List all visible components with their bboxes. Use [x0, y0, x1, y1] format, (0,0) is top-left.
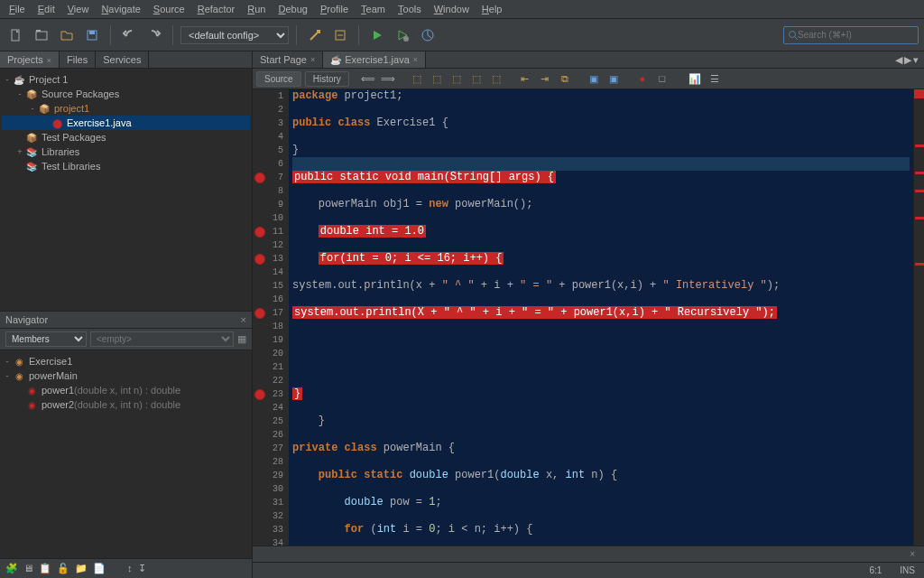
tree-node[interactable]: -📦Source Packages: [2, 87, 250, 101]
navigator-title: Navigator: [5, 314, 48, 325]
empty-filter-select[interactable]: <empty>: [90, 331, 234, 347]
side-tabs: Projects×FilesServices: [0, 51, 252, 69]
menu-file[interactable]: File: [4, 2, 31, 16]
cursor-position: 6:1: [869, 565, 882, 575]
main-toolbar: <default config>: [0, 19, 924, 51]
menu-team[interactable]: Team: [356, 2, 391, 16]
fwd-icon[interactable]: ⟹: [380, 70, 396, 87]
svg-rect-4: [89, 31, 95, 34]
chart-icon[interactable]: 📊: [687, 70, 703, 87]
project-tree[interactable]: -☕Project 1-📦Source Packages-📦project1⬤E…: [0, 69, 252, 311]
tb-icon-5[interactable]: 📁: [75, 563, 88, 574]
tree-node[interactable]: ⬤Exercise1.java: [2, 116, 250, 130]
back-icon[interactable]: ⟸: [360, 70, 376, 87]
editor-toolbar: Source History ⟸ ⟹ ⬚ ⬚ ⬚ ⬚ ⬚ ⇤ ⇥ ⧉ ▣ ▣ ●…: [253, 69, 924, 89]
status-close-icon[interactable]: ×: [910, 549, 915, 559]
tb-icon-6[interactable]: 📄: [93, 563, 106, 574]
build-button[interactable]: [304, 24, 326, 46]
tb-icon-7[interactable]: ↕: [127, 563, 133, 574]
editor-tab[interactable]: Start Page×: [253, 51, 323, 68]
nav-node[interactable]: -◉Exercise1: [2, 354, 250, 368]
overview-ruler[interactable]: [913, 89, 924, 545]
statusbar-2: 6:1 INS: [253, 562, 924, 578]
stop-rec-icon[interactable]: ●: [634, 70, 651, 87]
menu-tools[interactable]: Tools: [393, 2, 427, 16]
menu-navigate[interactable]: Navigate: [96, 2, 145, 16]
config-select[interactable]: <default config>: [180, 26, 289, 44]
menubar: FileEditViewNavigateSourceRefactorRunDeb…: [0, 0, 924, 19]
tree-node[interactable]: +📚Libraries: [2, 144, 250, 159]
menu-source[interactable]: Source: [148, 2, 190, 16]
menu-window[interactable]: Window: [429, 2, 475, 16]
insert-mode: INS: [900, 565, 915, 575]
filter-icon[interactable]: ▦: [237, 333, 246, 345]
source-tab[interactable]: Source: [256, 71, 301, 87]
tb-icon-3[interactable]: 📋: [39, 563, 51, 574]
blank-icon[interactable]: □: [654, 70, 670, 87]
clean-build-button[interactable]: [329, 24, 351, 46]
code-content[interactable]: package project1; public class Exercise1…: [289, 89, 913, 545]
menu-refactor[interactable]: Refactor: [192, 2, 241, 16]
navigator-panel: Navigator × Members <empty> ▦ -◉Exercise…: [0, 311, 252, 558]
nav-node[interactable]: ◉power2(double x, int n) : double: [2, 397, 250, 412]
tree-node[interactable]: 📚Test Libraries: [2, 159, 250, 173]
prev-tab-icon[interactable]: ◀: [895, 54, 902, 66]
shift-right-icon[interactable]: ⇥: [537, 70, 553, 87]
tree-node[interactable]: -📦project1: [2, 101, 250, 116]
side-tab-services[interactable]: Services: [96, 51, 149, 68]
new-file-button[interactable]: [5, 24, 27, 46]
navigator-close-icon[interactable]: ×: [241, 314, 246, 325]
tree-node[interactable]: -☕Project 1: [2, 72, 250, 87]
history-tab[interactable]: History: [305, 71, 349, 87]
sidebar-bottom-toolbar: 🧩 🖥 📋 🔓 📁 📄 ↕ ↧: [0, 558, 252, 578]
line-gutter: 1234567891011121314151617181920212223242…: [253, 89, 289, 545]
debug-button[interactable]: [392, 24, 413, 46]
search-input[interactable]: [798, 30, 914, 40]
navigator-tree[interactable]: -◉Exercise1-◉powerMain◉power1(double x, …: [0, 350, 252, 558]
svg-rect-2: [36, 30, 41, 32]
side-tab-files[interactable]: Files: [60, 51, 96, 68]
statusbar: ×: [253, 545, 924, 562]
bookmark-icon[interactable]: ⬚: [488, 70, 504, 87]
menu-edit[interactable]: Edit: [32, 2, 60, 16]
menu-debug[interactable]: Debug: [273, 2, 312, 16]
search-icon: [788, 30, 798, 41]
redo-button[interactable]: [143, 24, 165, 46]
shift-left-icon[interactable]: ⇤: [517, 70, 533, 87]
nav-node[interactable]: ◉power1(double x, int n) : double: [2, 383, 250, 397]
run-button[interactable]: [366, 24, 388, 46]
members-select[interactable]: Members: [5, 331, 87, 347]
find-next-icon[interactable]: ⬚: [448, 70, 465, 87]
save-all-button[interactable]: [81, 24, 103, 46]
find-prev-icon[interactable]: ⬚: [429, 70, 445, 87]
menu-view[interactable]: View: [62, 2, 95, 16]
macro-rec-icon[interactable]: ▣: [586, 70, 602, 87]
menu-run[interactable]: Run: [242, 2, 271, 16]
tb-icon-2[interactable]: 🖥: [23, 563, 33, 574]
next-tab-icon[interactable]: ▶: [904, 54, 911, 66]
toggle-hl-icon[interactable]: ⬚: [468, 70, 485, 87]
new-project-button[interactable]: [31, 24, 52, 46]
undo-button[interactable]: [118, 24, 140, 46]
tab-list-icon[interactable]: ▾: [913, 54, 919, 66]
macro-play-icon[interactable]: ▣: [605, 70, 622, 87]
comment-icon[interactable]: ⧉: [557, 70, 573, 87]
nav-node[interactable]: -◉powerMain: [2, 368, 250, 383]
svg-rect-1: [36, 32, 47, 40]
tb-icon-8[interactable]: ↧: [138, 563, 146, 574]
find-sel-icon[interactable]: ⬚: [409, 70, 425, 87]
menu-profile[interactable]: Profile: [315, 2, 354, 16]
editor-tab[interactable]: ☕Exercise1.java×: [323, 51, 426, 68]
search-box[interactable]: [783, 26, 919, 44]
profile-button[interactable]: [417, 24, 439, 46]
side-tab-projects[interactable]: Projects×: [0, 51, 60, 68]
code-editor[interactable]: 1234567891011121314151617181920212223242…: [253, 89, 924, 545]
error-summary-icon: [914, 89, 924, 98]
open-button[interactable]: [56, 24, 78, 46]
tb-icon-4[interactable]: 🔓: [57, 563, 69, 574]
sidebar: Projects×FilesServices -☕Project 1-📦Sour…: [0, 51, 253, 578]
stack-icon[interactable]: ☰: [707, 70, 723, 87]
menu-help[interactable]: Help: [476, 2, 508, 16]
tb-icon-1[interactable]: 🧩: [5, 563, 18, 574]
tree-node[interactable]: 📦Test Packages: [2, 130, 250, 144]
